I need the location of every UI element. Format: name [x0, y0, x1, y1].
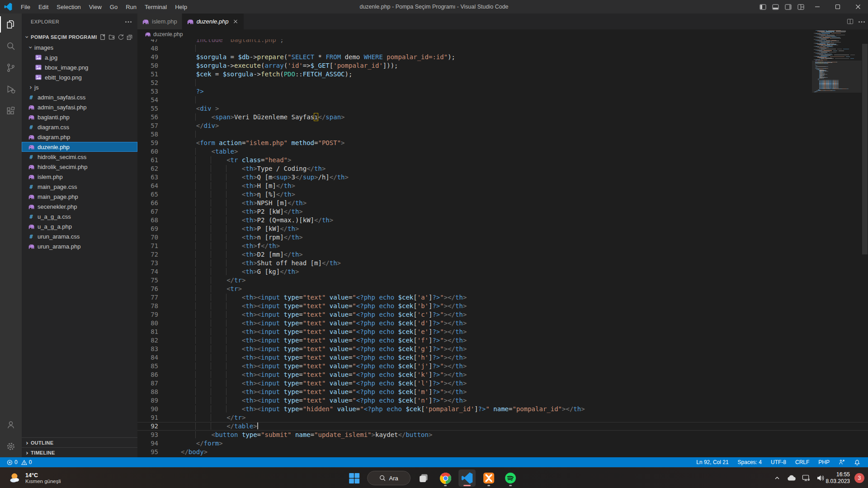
code-line-81[interactable]: 81 <th><input type="text" value="<?php e… — [137, 328, 868, 336]
line-number[interactable]: 53 — [137, 87, 158, 96]
source-control-icon[interactable] — [0, 57, 22, 79]
code-line-56[interactable]: 56 <span>Veri Düzenleme Sayfası</span> — [137, 113, 868, 122]
line-number[interactable]: 75 — [137, 276, 158, 285]
chrome-app-button[interactable] — [437, 469, 454, 487]
task-view-button[interactable] — [415, 469, 432, 487]
close-tab-icon[interactable] — [232, 18, 239, 25]
line-number[interactable]: 85 — [137, 362, 158, 371]
line-number[interactable]: 55 — [137, 104, 158, 113]
settings-gear-icon[interactable] — [0, 436, 22, 457]
code-editor[interactable]: 47 include "baglanti.php";48 49 $sorgula… — [137, 36, 868, 456]
file-item-bbox_image.png[interactable]: bbox_image.png — [22, 62, 137, 72]
minimap-slider[interactable] — [812, 61, 862, 93]
outline-section[interactable]: › OUTLINE — [22, 437, 137, 447]
account-icon[interactable] — [0, 414, 22, 436]
line-number[interactable]: 74 — [137, 267, 158, 276]
code-line-93[interactable]: 93 <button type="submit" name="update_is… — [137, 431, 868, 439]
line-number[interactable]: 54 — [137, 96, 158, 104]
code-line-69[interactable]: 69 <th>P [kW]</th> — [137, 225, 868, 233]
breadcrumb-file[interactable]: duzenle.php — [145, 31, 183, 38]
line-number[interactable]: 89 — [137, 396, 158, 405]
eol-setting[interactable]: CRLF — [792, 457, 812, 467]
line-number[interactable]: 61 — [137, 156, 158, 164]
line-number[interactable]: 63 — [137, 173, 158, 182]
line-number[interactable]: 79 — [137, 310, 158, 319]
code-line-58[interactable]: 58 — [137, 130, 868, 139]
menu-edit[interactable]: Edit — [34, 0, 52, 14]
code-line-74[interactable]: 74 <th>G [kg]</th> — [137, 267, 868, 276]
line-number[interactable]: 76 — [137, 285, 158, 293]
code-line-66[interactable]: 66 <th>NPSH [m]</th> — [137, 199, 868, 207]
code-line-94[interactable]: 94 </form> — [137, 439, 868, 448]
line-number[interactable]: 60 — [137, 147, 158, 156]
line-number[interactable]: 84 — [137, 353, 158, 362]
code-line-95[interactable]: 95</body> — [137, 448, 868, 456]
file-item-diagram.css[interactable]: #diagram.css — [22, 122, 137, 132]
onedrive-cloud-icon[interactable] — [787, 474, 796, 482]
project-section-header[interactable]: › POMPA SEÇIM PROGRAMI — [22, 32, 137, 42]
code-line-88[interactable]: 88 <th><input type="text" value="<?php e… — [137, 388, 868, 396]
minimap[interactable] — [813, 30, 861, 112]
line-number[interactable]: 67 — [137, 207, 158, 216]
code-line-91[interactable]: 91 </tr> — [137, 413, 868, 422]
line-number[interactable]: 66 — [137, 199, 158, 207]
line-number[interactable]: 80 — [137, 319, 158, 328]
maximize-button[interactable] — [827, 0, 848, 14]
menu-selection[interactable]: Selection — [52, 0, 85, 14]
extensions-icon[interactable] — [0, 100, 22, 122]
line-number[interactable]: 95 — [137, 448, 158, 456]
code-line-85[interactable]: 85 <th><input type="text" value="<?php e… — [137, 362, 868, 371]
menu-run[interactable]: Run — [122, 0, 141, 14]
explorer-more-actions-icon[interactable] — [125, 18, 132, 25]
tab-duzenle.php[interactable]: duzenle.php — [182, 14, 245, 29]
cursor-position[interactable]: Ln 92, Col 21 — [693, 457, 731, 467]
code-line-86[interactable]: 86 <th><input type="text" value="<?php e… — [137, 371, 868, 379]
line-number[interactable]: 50 — [137, 61, 158, 70]
network-icon[interactable] — [802, 474, 810, 482]
file-item-diagram.php[interactable]: diagram.php — [22, 132, 137, 142]
menu-terminal[interactable]: Terminal — [141, 0, 171, 14]
file-item-a.jpg[interactable]: a.jpg — [22, 52, 137, 62]
code-line-80[interactable]: 80 <th><input type="text" value="<?php e… — [137, 319, 868, 328]
line-number[interactable]: 68 — [137, 216, 158, 225]
code-line-71[interactable]: 71 <th>f</th> — [137, 242, 868, 250]
file-item-main_page.php[interactable]: main_page.php — [22, 192, 137, 202]
code-line-67[interactable]: 67 <th>P2 [kW]</th> — [137, 207, 868, 216]
line-number[interactable]: 58 — [137, 130, 158, 139]
weather-widget[interactable]: 14°C Kısmen güneşli — [5, 468, 65, 488]
line-number[interactable]: 87 — [137, 379, 158, 388]
editor-more-actions-icon[interactable] — [858, 18, 865, 25]
line-number[interactable]: 88 — [137, 388, 158, 396]
file-item-u_a_g_a.css[interactable]: #u_a_g_a.css — [22, 211, 137, 221]
menu-go[interactable]: Go — [106, 0, 122, 14]
file-item-hidrolik_secimi.php[interactable]: hidrolik_secimi.php — [22, 162, 137, 172]
code-line-87[interactable]: 87 <th><input type="text" value="<?php e… — [137, 379, 868, 388]
code-line-65[interactable]: 65 <th>η [%]</th> — [137, 190, 868, 199]
search-icon[interactable] — [0, 35, 22, 57]
tray-chevron-up-icon[interactable] — [774, 475, 780, 481]
line-number[interactable]: 83 — [137, 345, 158, 353]
spotify-app-button[interactable] — [502, 469, 519, 487]
line-number[interactable]: 73 — [137, 259, 158, 267]
line-number[interactable]: 62 — [137, 164, 158, 173]
feedback-icon[interactable] — [835, 457, 848, 467]
line-number[interactable]: 94 — [137, 439, 158, 448]
line-number[interactable]: 90 — [137, 405, 158, 413]
line-number[interactable]: 65 — [137, 190, 158, 199]
code-line-52[interactable]: 52 — [137, 79, 868, 87]
line-number[interactable]: 92 — [137, 422, 158, 431]
code-line-63[interactable]: 63 <th>Q [m<sup>3</sup>/h]</th> — [137, 173, 868, 182]
menu-help[interactable]: Help — [171, 0, 191, 14]
code-line-84[interactable]: 84 <th><input type="text" value="<?php e… — [137, 353, 868, 362]
refresh-icon[interactable] — [118, 34, 124, 40]
line-number[interactable]: 77 — [137, 293, 158, 302]
code-line-72[interactable]: 72 <th>D2 [mm]</th> — [137, 250, 868, 259]
file-item-urun_arama.css[interactable]: #urun_arama.css — [22, 231, 137, 241]
code-line-64[interactable]: 64 <th>H [m]</th> — [137, 182, 868, 190]
timeline-section[interactable]: › TIMELINE — [22, 447, 137, 457]
line-number[interactable]: 48 — [137, 44, 158, 53]
menu-view[interactable]: View — [85, 0, 106, 14]
file-item-ebitt_logo.png[interactable]: ebitt_logo.png — [22, 72, 137, 82]
vscode-app-button[interactable] — [458, 469, 476, 487]
problems-indicator[interactable]: 0 0 — [5, 457, 34, 467]
